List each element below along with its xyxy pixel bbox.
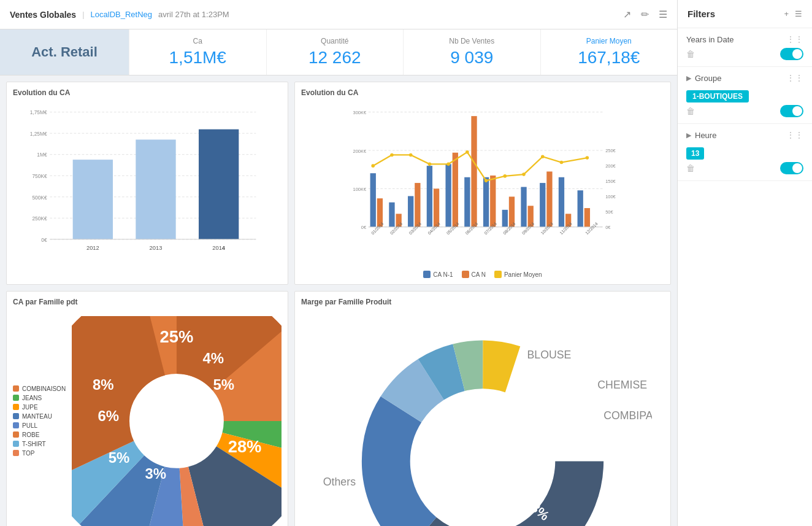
- legend-ca-n1: CA N-1: [423, 271, 453, 278]
- svg-rect-48: [453, 153, 458, 227]
- marge-famille-produit-chart: Marge par Famille Produit: [294, 291, 671, 526]
- svg-rect-41: [540, 183, 545, 227]
- svg-rect-55: [584, 208, 590, 227]
- legend-panier-moyen: Panier Moyen: [494, 271, 542, 278]
- bar-2012: [73, 160, 113, 239]
- svg-point-63: [504, 174, 507, 178]
- legend-ca-n: CA N: [462, 271, 486, 278]
- svg-text:0€: 0€: [605, 225, 611, 230]
- pie1-title: CA par Famille pdt: [13, 298, 282, 306]
- kpi-row: Act. Retail Ca 1,51M€ Quantité 12 262 Nb…: [0, 29, 677, 75]
- filter-years-label: Years in Date: [686, 35, 734, 44]
- svg-point-57: [390, 153, 394, 157]
- svg-point-66: [560, 161, 564, 164]
- svg-point-62: [485, 179, 488, 183]
- bar2-legend: CA N-1 CA N Panier Moyen: [301, 271, 664, 278]
- kpi-ca: Ca 1,51M€: [129, 29, 266, 75]
- filter-heure: ▶ Heure ⋮⋮ 13 🗑: [678, 124, 812, 181]
- svg-text:8%: 8%: [93, 376, 114, 393]
- header-db: LocalDB_RetNeg: [91, 10, 152, 19]
- sidebar-menu-icon[interactable]: ☰: [795, 9, 802, 18]
- filter-years-toggle-knob: [792, 49, 802, 59]
- filter-groupe-trash-icon[interactable]: 🗑: [686, 106, 695, 116]
- svg-text:28%: 28%: [228, 437, 262, 456]
- svg-text:200K€: 200K€: [353, 149, 367, 154]
- pie2-svg: 36% BLOUSE CHEMISE COMBIPANTALON COURTE …: [313, 316, 652, 526]
- svg-point-67: [586, 156, 589, 160]
- filter-heure-controls: 🗑: [686, 162, 803, 174]
- edit-icon[interactable]: ✏: [641, 9, 649, 20]
- bar2-title: Evolution du CA: [301, 88, 664, 97]
- filter-years-header: Years in Date ⋮⋮: [686, 34, 803, 44]
- svg-text:6%: 6%: [98, 408, 120, 424]
- filter-groupe-menu-icon[interactable]: ⋮⋮: [786, 73, 803, 83]
- sidebar-header-icons: + ☰: [784, 9, 802, 18]
- svg-rect-49: [471, 116, 477, 227]
- svg-text:36%: 36%: [456, 447, 510, 476]
- svg-text:2012: 2012: [86, 245, 99, 251]
- svg-text:4%: 4%: [203, 350, 224, 366]
- svg-rect-33: [389, 203, 394, 227]
- svg-text:0€: 0€: [361, 225, 367, 230]
- filter-groupe: ▶ Groupe ⋮⋮ 1-BOUTIQUES 🗑: [678, 67, 812, 124]
- svg-text:1,25M€: 1,25M€: [30, 131, 47, 137]
- svg-text:300K€: 300K€: [353, 110, 367, 115]
- share-icon[interactable]: ↗: [623, 9, 631, 20]
- svg-text:200€: 200€: [605, 163, 616, 169]
- filter-heure-trash-icon[interactable]: 🗑: [686, 163, 695, 173]
- top-chart-row: Evolution du CA 0€ 250K€ 500K€ 750K€ 1M€: [6, 82, 671, 285]
- svg-point-56: [371, 164, 375, 168]
- svg-rect-47: [434, 188, 439, 226]
- filter-groupe-header: ▶ Groupe ⋮⋮: [686, 73, 803, 83]
- svg-text:12%: 12%: [182, 417, 214, 435]
- panier-moyen-line: [373, 152, 587, 181]
- svg-text:250€: 250€: [605, 148, 616, 153]
- filter-heure-menu-icon[interactable]: ⋮⋮: [786, 130, 803, 140]
- svg-text:25%: 25%: [160, 327, 194, 346]
- filter-groupe-chevron-icon: ▶: [686, 74, 691, 82]
- svg-text:500K€: 500K€: [32, 195, 47, 201]
- svg-point-64: [522, 172, 526, 176]
- svg-text:100€: 100€: [605, 194, 616, 199]
- svg-rect-32: [370, 173, 376, 227]
- svg-text:250K€: 250K€: [32, 215, 47, 222]
- svg-point-60: [446, 163, 450, 166]
- svg-text:150€: 150€: [605, 179, 616, 184]
- svg-rect-40: [521, 187, 526, 227]
- filter-heure-label: Heure: [695, 131, 716, 140]
- header: Ventes Globales | LocalDB_RetNeg avril 2…: [0, 0, 677, 29]
- filter-heure-tag[interactable]: 13: [686, 147, 704, 160]
- svg-rect-42: [559, 177, 564, 227]
- filter-groupe-toggle-knob: [792, 106, 802, 116]
- svg-rect-37: [464, 177, 470, 227]
- filter-heure-toggle[interactable]: [780, 162, 803, 174]
- filter-groupe-tag[interactable]: 1-BOUTIQUES: [686, 90, 749, 102]
- add-filter-icon[interactable]: +: [784, 9, 789, 18]
- ca-famille-pdt-chart: CA par Famille pdt COMBINAISON JEANS JUP…: [6, 291, 288, 526]
- filter-years-trash-icon[interactable]: 🗑: [686, 49, 695, 59]
- filter-groupe-toggle[interactable]: [780, 105, 803, 117]
- svg-text:5%: 5%: [213, 376, 235, 393]
- filter-years-menu-icon[interactable]: ⋮⋮: [786, 34, 803, 44]
- svg-rect-36: [445, 164, 451, 226]
- sidebar: Filters + ☰ Years in Date ⋮⋮ 🗑 ▶ Groupe …: [677, 0, 812, 526]
- svg-text:BLOUSE: BLOUSE: [527, 349, 571, 361]
- svg-rect-43: [578, 190, 583, 227]
- filter-heure-chevron-icon: ▶: [686, 131, 691, 139]
- svg-text:Others: Others: [323, 476, 356, 488]
- svg-rect-38: [483, 177, 489, 227]
- svg-point-65: [541, 155, 545, 158]
- filter-years-toggle[interactable]: [780, 48, 803, 60]
- sidebar-header: Filters + ☰: [678, 0, 812, 28]
- svg-text:COMBIPANTALON: COMBIPANTALON: [603, 409, 652, 422]
- bar-2013: [136, 139, 175, 239]
- filter-groupe-expand[interactable]: ▶ Groupe: [686, 74, 721, 83]
- svg-text:0€: 0€: [41, 237, 47, 243]
- app-title: Ventes Globales: [10, 10, 76, 20]
- svg-text:50€: 50€: [605, 209, 613, 215]
- menu-icon[interactable]: ☰: [659, 9, 667, 20]
- bar1-svg: 0€ 250K€ 500K€ 750K€ 1M€ 1,25M€ 1,75M€: [13, 101, 282, 273]
- kpi-quantite: Quantité 12 262: [266, 29, 404, 75]
- filter-groupe-label: Groupe: [695, 74, 721, 83]
- filter-heure-expand[interactable]: ▶ Heure: [686, 131, 716, 140]
